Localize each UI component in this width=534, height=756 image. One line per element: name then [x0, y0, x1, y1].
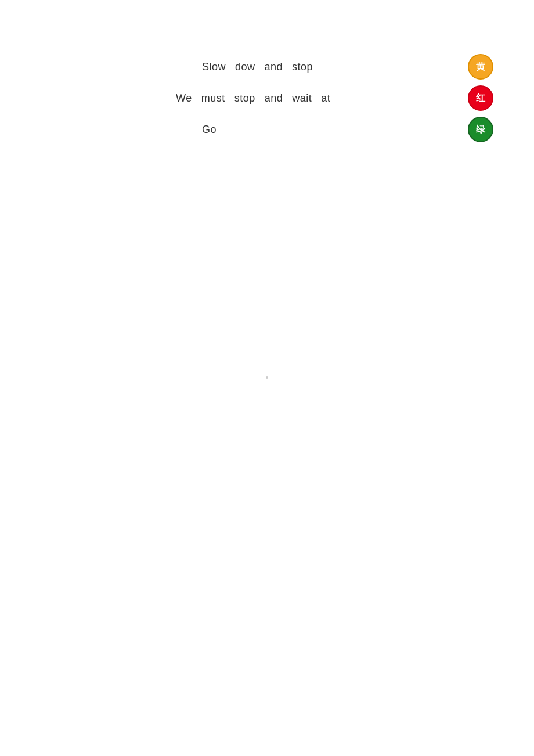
row-3: Go 绿	[0, 115, 534, 144]
row-2-text: We must stop and wait at	[171, 92, 335, 105]
main-content: Slow dow and stop 黄 We must stop and wai…	[0, 52, 534, 146]
row-2-badge-container: 红	[468, 85, 499, 111]
word-go: Go	[197, 124, 221, 136]
yellow-badge: 黄	[468, 54, 493, 80]
row-1-text: Slow dow and stop	[197, 61, 317, 73]
word-dow: dow	[230, 61, 260, 73]
word-slow: Slow	[197, 61, 230, 73]
row-1: Slow dow and stop 黄	[0, 52, 534, 81]
small-dot	[266, 376, 268, 379]
word-stop-2: stop	[230, 92, 260, 105]
red-badge: 红	[468, 85, 493, 111]
word-and-2: and	[260, 92, 288, 105]
word-stop-1: stop	[287, 61, 317, 73]
word-we: We	[171, 92, 197, 105]
row-1-badge-container: 黄	[468, 54, 499, 80]
green-badge: 绿	[468, 117, 493, 142]
word-must: must	[197, 92, 230, 105]
word-and-1: and	[260, 61, 288, 73]
row-3-badge-container: 绿	[468, 117, 499, 142]
row-2: We must stop and wait at 红	[0, 84, 534, 113]
word-at: at	[316, 92, 335, 105]
word-wait: wait	[287, 92, 316, 105]
row-3-text: Go	[197, 124, 221, 136]
